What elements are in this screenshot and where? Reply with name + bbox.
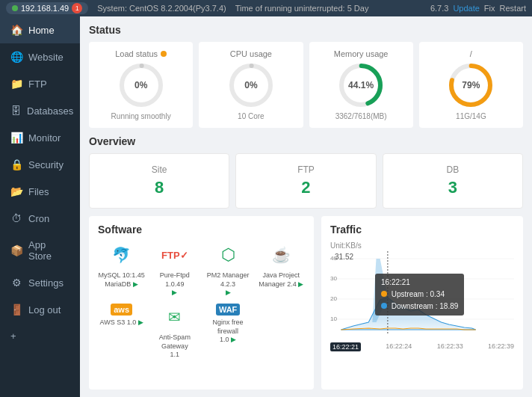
cpu-sub: 10 Core [238, 112, 265, 120]
main-container: 🏠 Home🌐 Website📁 FTP🗄 Databases📊 Monitor… [0, 16, 532, 397]
waf-label: Nginx free firewall1.0 ▶ [205, 318, 252, 345]
disk-donut: 79% [447, 61, 495, 109]
fix-button[interactable]: Fix [484, 4, 495, 13]
add-button[interactable]: + [0, 323, 80, 349]
sidebar-label: App Store [28, 239, 69, 262]
overview-title: Overview [89, 135, 523, 147]
ftpd-label: Pure-Ftpd 1.0.49▶ [151, 271, 198, 298]
disk-sub: 11G/14G [456, 112, 486, 120]
memory-status-card: Memory usage 44.1% 3362/7618(MB) [309, 42, 413, 128]
right-actions: 6.7.3 Update Fix Restart [430, 4, 526, 13]
sidebar-item-website[interactable]: 🌐 Website [0, 43, 80, 70]
load-donut: 0% [117, 61, 165, 109]
ip-badge[interactable]: 192.168.1.49 1 [6, 2, 88, 14]
mysql-icon: 🐬 [108, 241, 135, 268]
svg-text:20: 20 [330, 295, 338, 302]
svg-text:30: 30 [330, 275, 338, 282]
antispam-label: Anti-Spam Gateway1.1 [151, 333, 198, 360]
overview-db-title: DB [446, 164, 459, 175]
version-label: 6.7.3 [430, 4, 448, 13]
sidebar-item-security[interactable]: 🔒 Security [0, 151, 80, 178]
sidebar-label: Cron [28, 213, 49, 224]
sidebar-icon: 🌐 [10, 51, 22, 63]
sidebar-label: Monitor [28, 132, 61, 144]
ftpd-icon: FTP✓ [161, 241, 188, 268]
sidebar-item-log-out[interactable]: 🚪 Log out [0, 296, 80, 323]
sidebar-item-settings[interactable]: ⚙ Settings [0, 269, 80, 296]
overview-section: Overview Site 8 FTP 2 DB 3 [89, 135, 523, 209]
restart-button[interactable]: Restart [500, 4, 526, 13]
aws-label: AWS S3 1.0 ▶ [100, 318, 143, 327]
status-cards: Load status 0% Running smoothly CPU usa [89, 42, 523, 128]
traffic-xaxis: 16:22:21 16:22:24 16:22:33 16:22:39 [330, 342, 514, 351]
sidebar-icon: ⏱ [10, 212, 22, 224]
load-status-title: Load status [115, 49, 167, 58]
sidebar-label: Security [28, 159, 64, 170]
load-status-card: Load status 0% Running smoothly [89, 42, 193, 128]
cpu-title: CPU usage [230, 49, 272, 58]
update-button[interactable]: Update [453, 4, 479, 13]
overview-site-card[interactable]: Site 8 [89, 153, 229, 209]
sidebar-item-app-store[interactable]: 📦 App Store [0, 232, 80, 269]
software-waf[interactable]: WAF Nginx free firewall1.0 ▶ [205, 304, 252, 360]
software-pm2[interactable]: ⬡ PM2 Manager 4.2.3▶ [205, 241, 252, 298]
waf-icon: WAF [216, 304, 240, 316]
traffic-panel: Traffic Unit:KB/s 40 30 20 10 [321, 216, 523, 390]
java-label: Java ProjectManager 2.4 ▶ [259, 271, 303, 289]
cpu-value: 0% [244, 80, 257, 90]
sidebar-item-files[interactable]: 📂 Files [0, 178, 80, 205]
software-ftpd[interactable]: FTP✓ Pure-Ftpd 1.0.49▶ [151, 241, 198, 298]
software-java[interactable]: ☕ Java ProjectManager 2.4 ▶ [258, 241, 305, 298]
content-area: Status Load status 0% Runnin [80, 16, 532, 397]
sidebar-icon: 🚪 [10, 304, 22, 316]
uptime-label: Time of running uninterrupted: 5 Day [235, 4, 369, 13]
disk-title: / [470, 49, 472, 58]
load-value: 0% [134, 80, 147, 90]
sidebar-icon: 📁 [10, 78, 22, 90]
sidebar-icon: 🏠 [10, 24, 22, 36]
pm2-label: PM2 Manager 4.2.3▶ [205, 271, 252, 298]
sidebar-icon: 🔒 [10, 159, 22, 170]
sidebar-item-monitor[interactable]: 📊 Monitor [0, 124, 80, 151]
xaxis-time-1: 16:22:21 [330, 342, 361, 351]
xaxis-time-3: 16:22:33 [437, 342, 463, 351]
sidebar-icon: 📊 [10, 132, 22, 144]
system-label: System: CentOS 8.2.2004(Py3.7.4) [97, 4, 226, 13]
load-sub: Running smoothly [111, 112, 171, 120]
sidebar-icon: ⚙ [10, 277, 22, 289]
ip-address: 192.168.1.49 [21, 4, 69, 13]
overview-ftp-card[interactable]: FTP 2 [235, 153, 376, 209]
software-mysql[interactable]: 🐬 MySQL 10:1.45MariaDB ▶ [98, 241, 145, 298]
sys-info: System: CentOS 8.2.2004(Py3.7.4) Time of… [97, 4, 368, 13]
status-title: Status [89, 24, 523, 36]
sidebar-item-cron[interactable]: ⏱ Cron [0, 205, 80, 232]
xaxis-time-4: 16:22:39 [488, 342, 514, 351]
status-section: Status Load status 0% Runnin [89, 24, 523, 128]
software-grid: 🐬 MySQL 10:1.45MariaDB ▶ FTP✓ Pure-Ftpd … [98, 241, 305, 360]
sidebar-icon: 🗄 [10, 105, 21, 117]
top-bar: 192.168.1.49 1 System: CentOS 8.2.2004(P… [0, 0, 532, 16]
overview-db-card[interactable]: DB 3 [383, 153, 523, 209]
notification-badge[interactable]: 1 [72, 3, 82, 13]
sidebar-item-ftp[interactable]: 📁 FTP [0, 70, 80, 97]
svg-text:10: 10 [330, 316, 338, 322]
disk-value: 79% [462, 80, 480, 90]
sidebar-label: Website [28, 52, 64, 63]
sidebar: 🏠 Home🌐 Website📁 FTP🗄 Databases📊 Monitor… [0, 16, 80, 397]
software-antispam[interactable]: ✉ Anti-Spam Gateway1.1 [151, 304, 198, 360]
overview-ftp-value: 2 [301, 178, 310, 197]
cpu-donut: 0% [227, 61, 275, 109]
sidebar-item-home[interactable]: 🏠 Home [0, 16, 80, 43]
traffic-chart: 40 30 20 10 [330, 251, 514, 341]
software-panel: Software 🐬 MySQL 10:1.45MariaDB ▶ FTP✓ P… [89, 216, 314, 390]
sidebar-label: Databases [27, 105, 73, 117]
sidebar-item-databases[interactable]: 🗄 Databases [0, 97, 80, 124]
overview-cards: Site 8 FTP 2 DB 3 [89, 153, 523, 209]
sidebar-label: Home [28, 25, 55, 36]
cpu-status-card: CPU usage 0% 10 Core [199, 42, 303, 128]
software-title: Software [98, 224, 305, 236]
software-aws[interactable]: aws AWS S3 1.0 ▶ [98, 304, 145, 360]
mysql-label: MySQL 10:1.45MariaDB ▶ [99, 271, 145, 289]
sidebar-label: Log out [28, 304, 61, 316]
overview-ftp-title: FTP [297, 164, 315, 175]
